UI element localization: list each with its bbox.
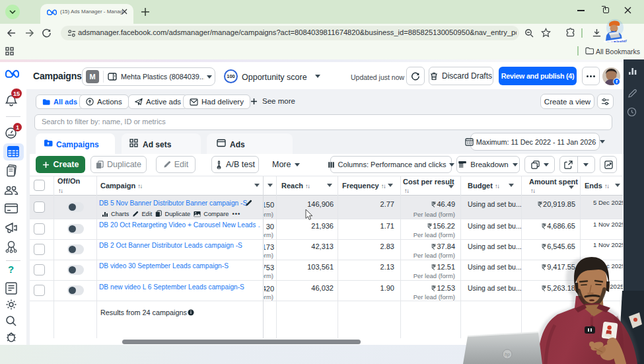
- svg-text:hp: hp: [505, 352, 510, 357]
